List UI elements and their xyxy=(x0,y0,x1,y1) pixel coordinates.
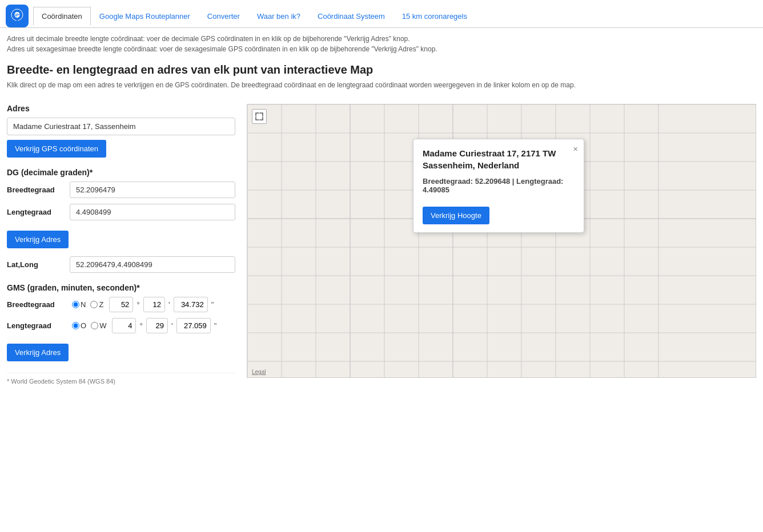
gms-l-radio-o-label[interactable]: O xyxy=(72,321,86,330)
gms-b-radio-z-label[interactable]: Z xyxy=(90,300,103,309)
gms-l-radio-o[interactable] xyxy=(72,322,79,329)
dg-section-label: DG (decimale graden)* xyxy=(7,168,235,177)
tab-coordinaat-systeem[interactable]: Coördinaat Systeem xyxy=(309,7,393,25)
info-line1: Adres uit decimale breedte lengte coördi… xyxy=(7,34,756,44)
popup-l-value: 4.49085 xyxy=(423,186,449,194)
page-title: Breedte- en lengtegraad en adres van elk… xyxy=(7,63,756,76)
legal-link[interactable]: Legal xyxy=(252,369,266,375)
gms-l-deg[interactable] xyxy=(112,318,136,333)
gms-l-min[interactable] xyxy=(146,318,168,333)
latlng-row: Lat,Long xyxy=(7,256,235,273)
map-legal: Legal xyxy=(252,369,266,375)
gms-l-radio-w-label[interactable]: W xyxy=(91,321,106,330)
gms-l-radio-group: O W xyxy=(72,321,106,330)
right-panel: × Madame Curiestraat 17, 2171 TW Sassenh… xyxy=(247,104,756,385)
footnote: * World Geodetic System 84 (WGS 84) xyxy=(7,373,235,385)
address-section-label: Adres xyxy=(7,104,235,113)
info-text: Adres uit decimale breedte lengte coördi… xyxy=(0,28,763,58)
lengtegraad-label: Lengtegraad xyxy=(7,208,70,216)
gms-b-radio-z[interactable] xyxy=(90,301,98,308)
tab-google-maps[interactable]: Google Maps Routeplanner xyxy=(91,7,199,25)
gms-lengtegraad-row: Lengtegraad O W ° ' " xyxy=(7,318,235,333)
tab-coordinaten[interactable]: Coördinaten xyxy=(33,7,91,26)
popup-sep: | xyxy=(512,177,516,186)
gms-l-sec[interactable] xyxy=(176,318,211,333)
gms-breedtegraad-label: Breedtegraad xyxy=(7,300,70,309)
header: GPS Coördinaten Google Maps Routeplanner… xyxy=(0,0,763,28)
popup-b-value: 52.209648 xyxy=(475,177,510,186)
gms-l-radio-w[interactable] xyxy=(91,322,98,329)
verkrijg-adres-dg-button[interactable]: Verkrijg Adres xyxy=(7,231,69,248)
popup-coords: Breedtegraad: 52.209648 | Lengtegraad: 4… xyxy=(423,177,575,194)
svg-text:GPS: GPS xyxy=(13,13,22,17)
gms-b-radio-n-label[interactable]: N xyxy=(72,300,86,309)
gms-b-deg[interactable] xyxy=(109,297,133,312)
tab-coronaregels[interactable]: 15 km coronaregels xyxy=(393,7,476,25)
get-gps-button[interactable]: Verkrijg GPS coördinaten xyxy=(7,140,106,158)
latlng-input[interactable] xyxy=(70,256,235,273)
gms-b-radio-group: N Z xyxy=(72,300,103,309)
info-line2: Adres uit sexagesimae breedte lengte coö… xyxy=(7,44,756,54)
gms-b-sec[interactable] xyxy=(174,297,208,312)
nav-tabs: Coördinaten Google Maps Routeplanner Con… xyxy=(33,7,476,25)
breedtegraad-input[interactable] xyxy=(70,182,235,198)
lengtegraad-input[interactable] xyxy=(70,204,235,220)
address-input[interactable] xyxy=(7,118,235,135)
verkrijg-hoogte-button[interactable]: Verkrijg Hoogte xyxy=(423,207,489,224)
popup-l-label: Lengtegraad: xyxy=(516,177,563,186)
expand-icon xyxy=(255,112,263,120)
map-expand-button[interactable] xyxy=(252,109,267,124)
heading-description: Klik direct op de map om een adres te ve… xyxy=(7,80,756,90)
popup-title: Madame Curiestraat 17, 2171 TW Sassenhei… xyxy=(423,147,575,171)
gms-breedtegraad-row: Breedtegraad N Z ° ' " xyxy=(7,297,235,312)
verkrijg-adres-gms-button[interactable]: Verkrijg Adres xyxy=(7,344,69,361)
map-popup: × Madame Curiestraat 17, 2171 TW Sassenh… xyxy=(413,139,584,233)
content-area: Adres Verkrijg GPS coördinaten DG (decim… xyxy=(0,92,763,396)
popup-b-label: Breedtegraad: xyxy=(423,177,473,186)
logo: GPS xyxy=(6,5,29,27)
breedtegraad-row: Breedtegraad xyxy=(7,182,235,198)
gms-b-radio-n[interactable] xyxy=(72,301,79,308)
latlng-label: Lat,Long xyxy=(7,260,70,269)
tab-converter[interactable]: Converter xyxy=(199,7,248,25)
lengtegraad-row: Lengtegraad xyxy=(7,204,235,220)
main-heading: Breedte- en lengtegraad en adres van elk… xyxy=(0,58,763,92)
tab-waar-ben-ik[interactable]: Waar ben ik? xyxy=(248,7,309,25)
map-container[interactable]: × Madame Curiestraat 17, 2171 TW Sassenh… xyxy=(247,104,756,378)
gms-lengtegraad-label: Lengtegraad xyxy=(7,321,70,330)
left-panel: Adres Verkrijg GPS coördinaten DG (decim… xyxy=(7,104,235,385)
popup-close-button[interactable]: × xyxy=(573,144,578,154)
gms-b-min[interactable] xyxy=(143,297,165,312)
gms-section-label: GMS (graden, minuten, seconden)* xyxy=(7,283,235,292)
breedtegraad-label: Breedtegraad xyxy=(7,186,70,194)
